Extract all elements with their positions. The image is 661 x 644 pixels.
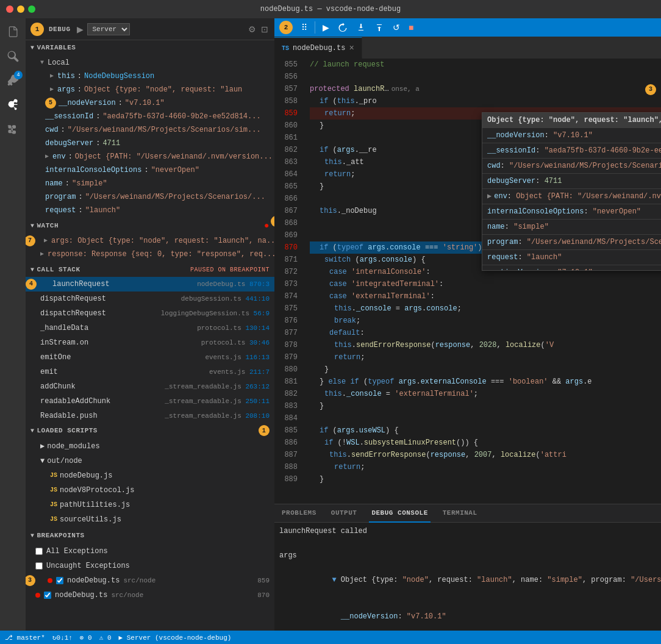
bp-uncaught-exceptions[interactable]: Uncaught Exceptions [26, 559, 274, 573]
watch-args[interactable]: 7 ▶ args: Object {type: "node", request:… [26, 234, 274, 248]
debug-terminal-button[interactable]: ⊡ [260, 23, 270, 35]
code-line-875: this._console = args.console; [310, 302, 661, 315]
bp-item-0[interactable]: 3 nodeDebug.ts src/node 859 [26, 573, 274, 588]
panel-tab-debug-console[interactable]: DEBUG CONSOLE [369, 504, 430, 523]
code-line-887: this.sendErrorResponse(response, 2007, l… [310, 449, 661, 461]
status-branch[interactable]: ⎇ master* [5, 634, 45, 642]
drag-handle-btn[interactable]: ⠿ [298, 20, 311, 35]
bp-uncaught-exceptions-checkbox[interactable] [35, 562, 43, 570]
callstack-item-5[interactable]: emitOne events.js 116:13 [26, 350, 274, 365]
var-program[interactable]: program: "/Users/weinand/MS/Projects/Sce… [26, 190, 274, 204]
debug-config-select[interactable]: Server [87, 23, 130, 35]
hover-env[interactable]: ▶env: Object {PATH: "/Users/weinand/.nvm… [482, 189, 661, 204]
maximize-btn[interactable] [28, 5, 35, 13]
search-icon[interactable] [4, 48, 21, 65]
panel-line-3: ▼ Object {type: "node", request: "launch… [279, 562, 656, 598]
var-console-opts[interactable]: internalConsoleOptions: "neverOpen" [26, 163, 274, 177]
callstack-header[interactable]: ▼ CALL STACK PAUSED ON BREAKPOINT [26, 262, 274, 277]
bottom-panel: PROBLEMS OUTPUT DEBUG CONSOLE TERMINAL l… [274, 504, 661, 644]
loaded-scripts-header[interactable]: ▼ LOADED SCRIPTS 1 [26, 423, 274, 438]
callstack-item-9[interactable]: Readable.push _stream_readable.js 208:10 [26, 409, 274, 423]
status-sync[interactable]: ↻0↓1↑ [52, 634, 73, 642]
scripts-pathutils[interactable]: JS pathUtilities.js [26, 498, 274, 512]
sidebar-scrollable: ▼ VARIABLES ▼ Local ▶ this: NodeDebugSes… [26, 40, 274, 644]
code-line-884 [310, 412, 661, 424]
callstack-item-0[interactable]: 4 launchRequest nodeDebug.ts 870:3 [26, 277, 274, 292]
scripts-node-modules[interactable]: ▶ node_modules [26, 439, 274, 454]
ts-file-icon: TS [282, 45, 289, 52]
var-env[interactable]: ▶ env: Object {PATH: "/Users/weinand/.nv… [26, 150, 274, 163]
variables-header[interactable]: ▼ VARIABLES [26, 40, 274, 55]
status-errors[interactable]: ⊗ 0 [80, 634, 92, 642]
scripts-out-node[interactable]: ▼ out/node [26, 454, 274, 468]
hover-request: request: "launch" [482, 250, 661, 265]
step-out-button[interactable] [371, 20, 388, 35]
code-line-874: case 'externalTerminal': [310, 290, 661, 302]
var-nodeversion[interactable]: 5 __nodeVersion: "v7.10.1" [26, 96, 274, 110]
panel-content[interactable]: launchRequest called args ▼ Object {type… [274, 523, 661, 644]
callstack-item-1[interactable]: dispatchRequest debugSession.ts 441:10 [26, 292, 274, 306]
panel-tab-output[interactable]: OUTPUT [329, 504, 360, 523]
hover-program: program: "/Users/weinand/MS/Projects/Sce… [482, 235, 661, 250]
close-btn[interactable] [6, 5, 13, 13]
run-debug-button[interactable]: ▶ [76, 23, 85, 35]
callstack-item-6[interactable]: emit events.js 211:7 [26, 365, 274, 379]
var-cwd[interactable]: cwd: "/Users/weinand/MS/Projects/Scenari… [26, 123, 274, 137]
panel-line-4: __nodeVersion: "v7.10.1" [279, 598, 656, 635]
restart-button[interactable]: ↺ [389, 20, 404, 35]
callstack-item-3[interactable]: _handleData protocol.ts 130:14 [26, 321, 274, 335]
bp-nodedebug-0-checkbox[interactable] [56, 577, 63, 584]
callstack-item-4[interactable]: inStream.on protocol.ts 30:46 [26, 335, 274, 350]
code-line-883: } [310, 400, 661, 412]
debug-controls: ⚙ ⊡ [247, 23, 270, 35]
var-sessionid[interactable]: __sessionId: "aeda75fb-637d-4660-9b2e-ee… [26, 110, 274, 123]
code-line-873: case 'integratedTerminal': [310, 278, 661, 290]
var-debugserver[interactable]: debugServer: 4711 [26, 137, 274, 150]
scripts-nodedebug[interactable]: JS nodeDebug.js [26, 468, 274, 483]
extensions-icon[interactable] [4, 121, 21, 138]
status-warnings[interactable]: ⚠ 0 [99, 634, 112, 642]
stop-button[interactable]: ■ [405, 20, 417, 35]
continue-button[interactable]: ▶ [319, 20, 333, 35]
bp-nodedebug-1-checkbox[interactable] [44, 592, 51, 599]
step-into-button[interactable] [352, 20, 370, 35]
status-debug-server[interactable]: ▶ Server (vscode-node-debug) [119, 634, 232, 642]
breakpoints-section: ▼ BREAKPOINTS All Exceptions Uncaught Ex… [26, 528, 274, 604]
callstack-item-7[interactable]: addChunk _stream_readable.js 263:12 [26, 379, 274, 394]
tab-nodedebug[interactable]: TS nodeDebug.ts × [274, 37, 362, 59]
callstack-item-8[interactable]: readableAddChunk _stream_readable.js 250… [26, 394, 274, 409]
breakpoints-content: All Exceptions Uncaught Exceptions 3 nod… [26, 543, 274, 604]
callstack-item-2[interactable]: dispatchRequest loggingDebugSession.ts 5… [26, 306, 274, 321]
variables-arrow: ▼ [30, 45, 35, 51]
minimize-btn[interactable] [17, 5, 24, 13]
hover-nodeversion: __nodeVersion: "v7.10.1" [482, 128, 661, 143]
files-icon[interactable] [4, 23, 21, 40]
watch-header[interactable]: ▼ WATCH 3 ● [26, 218, 274, 233]
git-icon[interactable]: 4 [4, 72, 21, 89]
status-bar: ⎇ master* ↻0↓1↑ ⊗ 0 ⚠ 0 ▶ Server (vscode… [0, 631, 661, 644]
bp-all-exceptions-checkbox[interactable] [35, 548, 43, 555]
var-request[interactable]: request: "launch" [26, 204, 274, 217]
breakpoints-header[interactable]: ▼ BREAKPOINTS [26, 528, 274, 543]
step-over-button[interactable] [334, 20, 351, 35]
tab-close-btn[interactable]: × [349, 43, 354, 53]
bp-all-exceptions[interactable]: All Exceptions [26, 544, 274, 559]
hover-title: Object {type: "node", request: "launch",… [482, 113, 661, 128]
panel-tab-problems[interactable]: PROBLEMS [279, 504, 319, 523]
scripts-nodev8[interactable]: JS nodeV8Protocol.js [26, 483, 274, 498]
bp-item-1[interactable]: nodeDebug.ts src/node 870 [26, 588, 274, 603]
var-name[interactable]: name: "simple" [26, 177, 274, 190]
debug-sidebar-icon[interactable] [4, 96, 21, 113]
local-group[interactable]: ▼ Local [26, 56, 274, 70]
callstack-items: 4 launchRequest nodeDebug.ts 870:3 dispa… [26, 277, 274, 423]
panel-tab-terminal[interactable]: TERMINAL [440, 504, 480, 523]
debug-label: DEBUG [49, 26, 71, 33]
var-this[interactable]: ▶ this: NodeDebugSession [26, 70, 274, 83]
panel-line-2: args [279, 549, 656, 562]
var-args[interactable]: ▶ args: Object {type: "node", request: "… [26, 83, 274, 96]
scripts-sourceutils[interactable]: JS sourceUtils.js [26, 512, 274, 527]
hover-sessionid: __sessionId: "aeda75fb-637d-4660-9b2e-ee… [482, 143, 661, 159]
debug-gear-button[interactable]: ⚙ [247, 23, 257, 35]
window-controls[interactable] [6, 5, 35, 13]
watch-response[interactable]: ▶ response: Response {seq: 0, type: "res… [26, 248, 274, 261]
